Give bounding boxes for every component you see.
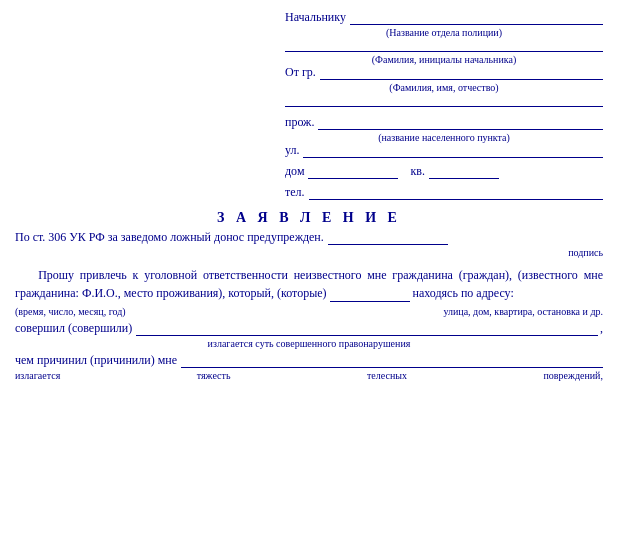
chem-row: чем причинил (причинили) мне <box>15 353 603 368</box>
nachalnik-row: Начальнику <box>285 10 603 25</box>
dom-kv-row: дом кв. <box>285 164 603 179</box>
hint-row-1: (время, число, месяц, год) улица, дом, к… <box>15 306 603 317</box>
preduprejden-text: По ст. 306 УК РФ за заведомо ложный доно… <box>15 230 324 245</box>
prozh-row: прож. <box>285 115 603 130</box>
ul-line <box>303 144 603 158</box>
kv-label: кв. <box>410 164 425 179</box>
nachalnik-hint: (Название отдела полиции) <box>285 27 603 38</box>
povrejdeniy: повреждений, <box>543 370 603 381</box>
tel-line <box>309 186 603 200</box>
telesnih: телесных <box>367 370 407 381</box>
bottom-hint-row: излагается тяжесть телесных повреждений, <box>15 370 603 381</box>
ot-label: От гр. <box>285 65 316 80</box>
fio-nachalnik-hint: (Фамилия, инициалы начальника) <box>285 54 603 65</box>
prosh-text: Прошу привлечь к уголовной ответственнос… <box>15 266 603 302</box>
nakhodyas-line <box>330 288 410 302</box>
izlagaetsya2: излагается <box>15 370 60 381</box>
page: Начальнику (Название отдела полиции) (Фа… <box>15 10 603 381</box>
prozh-label: прож. <box>285 115 314 130</box>
sovershil-line <box>136 322 598 336</box>
nakhodyas-label: находясь по адресу: <box>413 286 514 300</box>
kv-line <box>429 165 499 179</box>
tel-row: тел. <box>285 185 603 200</box>
nachalnik-label: Начальнику <box>285 10 346 25</box>
ulitsa-hint: улица, дом, квартира, остановка и др. <box>443 306 603 317</box>
preduprejden-row: По ст. 306 УК РФ за заведомо ложный доно… <box>15 230 603 245</box>
punkt-hint: (название населенного пункта) <box>285 132 603 143</box>
dom-label: дом <box>285 164 304 179</box>
nachalnik-block: Начальнику (Название отдела полиции) (Фа… <box>285 10 603 200</box>
vremya-hint: (время, число, месяц, год) <box>15 306 126 317</box>
zayavlenie-title: З А Я В Л Е Н И Е <box>15 210 603 226</box>
fio-hint: (Фамилия, имя, отчество) <box>285 82 603 93</box>
tel-label: тел. <box>285 185 305 200</box>
chem-label: чем причинил (причинили) мне <box>15 353 177 368</box>
ul-label: ул. <box>285 143 299 158</box>
preduprejden-line <box>328 231 448 245</box>
ot-line <box>320 66 603 80</box>
izlagaetsya-hint: излагается суть совершенного правонаруше… <box>15 338 603 349</box>
fio-line <box>285 38 603 52</box>
nachalnik-line <box>350 11 603 25</box>
ul-row: ул. <box>285 143 603 158</box>
dom-line <box>308 165 398 179</box>
prozh-line <box>318 116 603 130</box>
extra-line <box>285 93 603 107</box>
chem-line <box>181 354 603 368</box>
ot-row: От гр. <box>285 65 603 80</box>
sovershil-label: совершил (совершили) <box>15 321 132 336</box>
tyazhest: тяжесть <box>197 370 231 381</box>
sovershil-row: совершил (совершили) , <box>15 321 603 336</box>
podpis-hint: подпись <box>15 247 603 258</box>
